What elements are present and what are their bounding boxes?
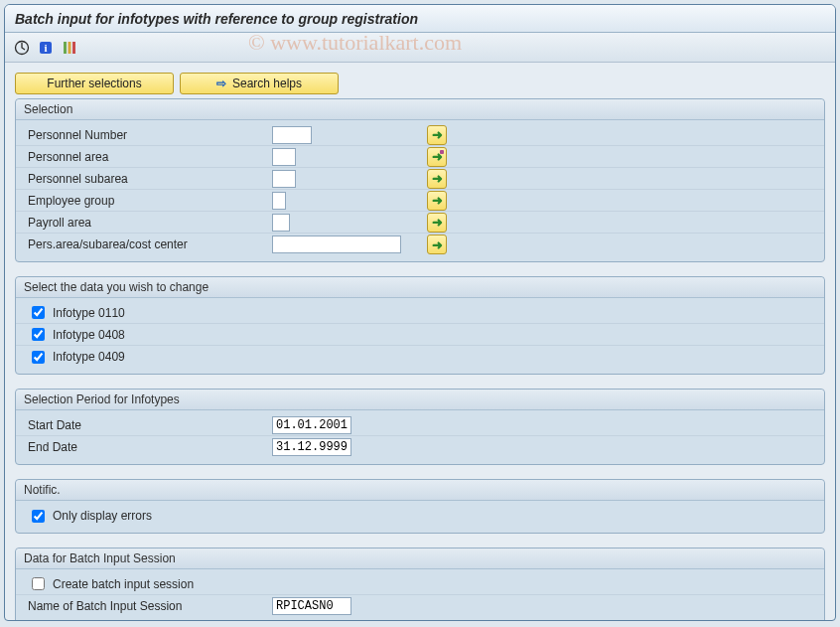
variant-icon[interactable] <box>61 39 78 57</box>
infotype-0408-checkbox[interactable] <box>32 328 45 341</box>
only-errors-checkbox[interactable] <box>32 510 45 523</box>
execute-icon[interactable] <box>13 39 31 57</box>
payroll-label: Payroll area <box>24 216 272 230</box>
infotype-0409-label: Infotype 0409 <box>53 350 125 364</box>
infotype-0110-checkbox[interactable] <box>32 306 45 319</box>
infotype-0409-checkbox[interactable] <box>32 351 45 364</box>
create-batch-label: Create batch input session <box>53 577 194 591</box>
svg-rect-3 <box>64 42 67 54</box>
selection-panel: Selection Personnel Number ➜ Personnel a… <box>15 98 825 262</box>
create-batch-checkbox[interactable] <box>32 577 45 590</box>
search-helps-label: Search helps <box>232 77 302 90</box>
egroup-input[interactable] <box>272 192 286 210</box>
svg-text:i: i <box>44 42 47 54</box>
further-selections-label: Further selections <box>47 77 141 90</box>
start-date-input[interactable] <box>272 416 351 434</box>
batch-name-input[interactable] <box>272 597 351 615</box>
notific-panel: Notific. Only display errors <box>15 479 825 534</box>
app-toolbar: i <box>5 33 835 63</box>
period-panel: Selection Period for Infotypes Start Dat… <box>15 389 825 465</box>
psub-multiselect-icon[interactable]: ➜ <box>427 169 447 189</box>
search-helps-button[interactable]: ⇨ Search helps <box>180 73 339 94</box>
pasc-label: Pers.area/subarea/cost center <box>24 237 272 251</box>
batch-header: Data for Batch Input Session <box>16 549 824 569</box>
notific-header: Notific. <box>16 480 824 501</box>
infotype-0408-label: Infotype 0408 <box>53 328 125 342</box>
page-title: Batch input for infotypes with reference… <box>5 5 835 33</box>
payroll-multiselect-icon[interactable]: ➜ <box>427 213 447 233</box>
parea-input[interactable] <box>272 148 296 166</box>
start-date-label: Start Date <box>24 418 272 432</box>
parea-label: Personnel area <box>24 150 272 164</box>
pasc-multiselect-icon[interactable]: ➜ <box>427 235 447 254</box>
pernr-label: Personnel Number <box>24 128 272 142</box>
parea-multiselect-icon[interactable]: ➜ <box>427 147 447 167</box>
only-errors-label: Only display errors <box>53 509 152 523</box>
psub-input[interactable] <box>272 170 296 188</box>
further-selections-button[interactable]: Further selections <box>15 73 174 94</box>
egroup-multiselect-icon[interactable]: ➜ <box>427 191 447 211</box>
svg-rect-5 <box>72 42 75 54</box>
egroup-label: Employee group <box>24 194 272 208</box>
svg-rect-4 <box>69 42 71 54</box>
change-header: Select the data you wish to change <box>16 277 824 298</box>
batch-panel: Data for Batch Input Session Create batc… <box>15 548 825 621</box>
period-header: Selection Period for Infotypes <box>16 390 824 410</box>
info-icon[interactable]: i <box>37 39 55 57</box>
pernr-multiselect-icon[interactable]: ➜ <box>427 125 447 145</box>
selection-header: Selection <box>16 99 824 120</box>
infotype-0110-label: Infotype 0110 <box>53 306 125 320</box>
batch-name-label: Name of Batch Input Session <box>24 599 272 613</box>
end-date-input[interactable] <box>272 438 351 456</box>
change-panel: Select the data you wish to change Infot… <box>15 276 825 375</box>
pasc-input[interactable] <box>272 235 401 253</box>
payroll-input[interactable] <box>272 214 290 232</box>
end-date-label: End Date <box>24 440 272 454</box>
psub-label: Personnel subarea <box>24 172 272 186</box>
pernr-input[interactable] <box>272 126 312 144</box>
arrow-right-icon: ⇨ <box>216 77 226 90</box>
